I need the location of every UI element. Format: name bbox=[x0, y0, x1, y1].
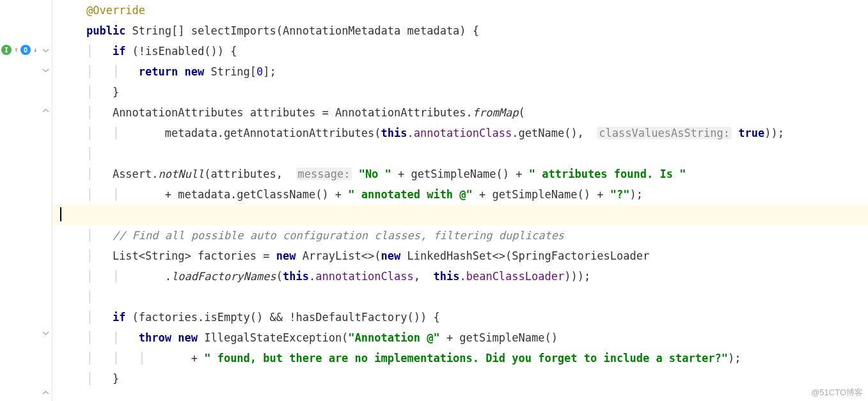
overrides-icon[interactable]: O bbox=[20, 45, 31, 55]
fold-toggle-icon[interactable] bbox=[42, 329, 50, 337]
keyword: this bbox=[433, 270, 459, 283]
field: annotationClass bbox=[414, 127, 512, 139]
keyword: new bbox=[381, 249, 401, 262]
code-text: (factories.isEmpty() && !hasDefaultFacto… bbox=[125, 311, 439, 324]
code-line[interactable]: │ │ │ + " found, but there are no implem… bbox=[52, 348, 868, 368]
static-call: fromMap bbox=[473, 106, 519, 119]
code-line[interactable]: │ │ metadata.getAnnotationAttributes(thi… bbox=[52, 123, 868, 143]
code-text: . bbox=[407, 127, 413, 139]
text-caret bbox=[60, 207, 61, 221]
code-text: ( bbox=[518, 106, 525, 119]
keyword: if bbox=[113, 45, 125, 58]
code-line[interactable]: │ List<String> factories = new ArrayList… bbox=[52, 246, 868, 266]
arrow-up-icon: ↑ bbox=[14, 47, 18, 53]
code-text: AnnotationAttributes attributes = Annota… bbox=[113, 106, 473, 119]
code-line[interactable]: │ AnnotationAttributes attributes = Anno… bbox=[52, 102, 868, 123]
annotation: @Override bbox=[86, 4, 145, 17]
code-text: + bbox=[191, 352, 204, 365]
keyword: return new bbox=[139, 65, 204, 78]
code-line[interactable]: │ // Find all possible auto configuratio… bbox=[52, 225, 868, 246]
code-line[interactable]: │ Assert.notNull(attributes, message: "N… bbox=[52, 164, 868, 184]
code-text: (!isEnabled()) { bbox=[125, 45, 237, 58]
static-call: notNull bbox=[159, 168, 205, 180]
code-text: IllegalStateException( bbox=[198, 331, 348, 344]
code-text: LinkedHashSet<>(SpringFactoriesLoader bbox=[400, 249, 649, 262]
comment: // Find all possible auto configuration … bbox=[113, 229, 564, 242]
code-line[interactable]: │ │ + metadata.getClassName() + " annota… bbox=[52, 184, 868, 205]
fold-toggle-icon[interactable] bbox=[42, 66, 50, 74]
code-text: Assert. bbox=[113, 168, 159, 180]
code-line[interactable]: │ bbox=[52, 143, 868, 164]
keyword: this bbox=[381, 127, 407, 139]
fold-track bbox=[39, 0, 52, 401]
code-text bbox=[352, 168, 358, 180]
code-text: ( bbox=[276, 270, 283, 283]
keyword: public bbox=[86, 24, 125, 37]
code-line[interactable]: public String[] selectImports(Annotation… bbox=[52, 20, 868, 41]
code-text: } bbox=[113, 372, 119, 385]
string-literal: "?" bbox=[610, 188, 630, 201]
code-text: } bbox=[113, 86, 119, 98]
code-line[interactable]: │ bbox=[52, 287, 868, 307]
keyword: true bbox=[738, 127, 764, 139]
code-text: .getName(), bbox=[512, 127, 597, 139]
code-text: . bbox=[459, 270, 466, 283]
code-text: )); bbox=[764, 127, 784, 139]
arrow-down-icon: ↓ bbox=[33, 47, 37, 53]
code-text: + getSimpleName() + bbox=[473, 188, 610, 201]
code-line[interactable]: │ │ throw new IllegalStateException("Ann… bbox=[52, 327, 868, 348]
string-literal: " attributes found. Is " bbox=[529, 168, 686, 180]
code-text: ))); bbox=[564, 270, 590, 283]
fold-toggle-icon[interactable] bbox=[42, 46, 50, 54]
parameter-hint: message: bbox=[296, 168, 352, 180]
code-line[interactable]: @Override bbox=[52, 0, 868, 20]
code-text: metadata.getAnnotationAttributes( bbox=[165, 127, 381, 139]
code-line[interactable]: │ │ return new String[0]; bbox=[52, 61, 868, 82]
static-call: loadFactoryNames bbox=[171, 270, 276, 283]
number-literal: 0 bbox=[256, 65, 263, 78]
code-text: List<String> factories = bbox=[113, 249, 276, 262]
keyword: if bbox=[113, 311, 125, 324]
code-text: ); bbox=[629, 188, 642, 201]
parameter-hint: classValuesAsString: bbox=[597, 127, 732, 139]
code-line[interactable]: │ if (factories.isEmpty() && !hasDefault… bbox=[52, 307, 868, 327]
string-literal: " found, but there are no implementation… bbox=[204, 352, 728, 365]
string-literal: " annotated with @" bbox=[348, 188, 472, 201]
code-text: . bbox=[165, 270, 171, 283]
code-text: + metadata.getClassName() + bbox=[165, 188, 349, 201]
code-line[interactable]: │ } bbox=[52, 368, 868, 389]
code-text: . bbox=[309, 270, 315, 283]
code-text: (attributes, bbox=[204, 168, 296, 180]
code-line[interactable]: │ } bbox=[52, 82, 868, 102]
implements-icon[interactable]: I bbox=[1, 45, 12, 55]
fold-toggle-icon[interactable] bbox=[42, 107, 50, 115]
field: annotationClass bbox=[315, 270, 414, 283]
string-literal: "Annotation @" bbox=[348, 331, 439, 344]
string-literal: "No " bbox=[359, 168, 391, 180]
code-text bbox=[732, 127, 738, 139]
code-text: ArrayList<>( bbox=[296, 249, 381, 262]
code-text: String[ bbox=[204, 65, 256, 78]
code-line[interactable]: │ if (!isEnabled()) { bbox=[52, 41, 868, 61]
override-indicator-group[interactable]: I ↑ O ↓ bbox=[1, 45, 37, 55]
code-text: + getSimpleName() + bbox=[391, 168, 529, 180]
code-text: ]; bbox=[263, 65, 276, 78]
code-line[interactable]: │ │ .loadFactoryNames(this.annotationCla… bbox=[52, 266, 868, 287]
watermark-text: @51CTO博客 bbox=[811, 387, 863, 398]
code-text: + getSimpleName() bbox=[440, 331, 558, 344]
code-text: ); bbox=[728, 352, 741, 365]
keyword: new bbox=[276, 249, 296, 262]
editor-gutter: I ↑ O ↓ bbox=[0, 0, 52, 401]
code-line-active[interactable] bbox=[52, 205, 868, 225]
code-text: , bbox=[414, 270, 434, 283]
fold-toggle-icon[interactable] bbox=[42, 389, 50, 397]
keyword: throw new bbox=[139, 331, 198, 344]
keyword: this bbox=[283, 270, 309, 283]
field: beanClassLoader bbox=[466, 270, 565, 283]
code-editor[interactable]: @Override public String[] selectImports(… bbox=[52, 0, 868, 389]
code-text: String[] selectImports(AnnotationMetadat… bbox=[125, 24, 479, 37]
